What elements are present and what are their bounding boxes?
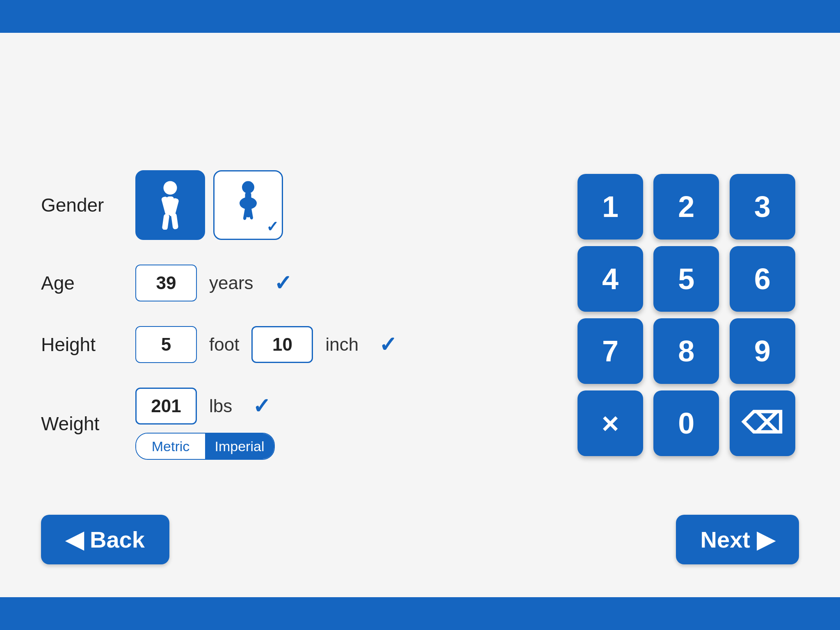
height-checkmark: ✓: [379, 332, 397, 357]
bottom-bar: [0, 597, 840, 630]
numpad-button-8[interactable]: 8: [653, 318, 719, 384]
top-bar: [0, 0, 840, 33]
weight-label: Weight: [41, 413, 123, 435]
gender-row: Gender: [41, 170, 578, 240]
height-row: Height foot inch ✓: [41, 326, 578, 363]
numpad-button-5[interactable]: 5: [653, 246, 719, 312]
weight-input-row: lbs ✓: [135, 388, 275, 425]
age-label: Age: [41, 272, 123, 294]
numpad-button-9[interactable]: 9: [730, 318, 795, 384]
height-inch-input[interactable]: [251, 326, 313, 363]
numpad: 123456789×0⌫: [578, 174, 799, 456]
back-button[interactable]: ◀ Back: [41, 515, 169, 564]
imperial-label: Imperial: [215, 438, 265, 454]
next-button[interactable]: Next ▶: [676, 515, 799, 564]
height-inch-unit: inch: [325, 334, 358, 355]
next-label: Next: [701, 526, 750, 553]
weight-input[interactable]: [135, 388, 197, 425]
unit-toggle: Metric Imperial: [135, 433, 275, 460]
back-button-wrapper: ◀ Back: [41, 515, 169, 564]
numpad-button-clear[interactable]: ×: [578, 390, 643, 456]
height-label: Height: [41, 333, 123, 356]
svg-rect-4: [162, 214, 170, 230]
svg-rect-5: [171, 213, 179, 229]
next-button-wrapper: Next ▶: [676, 515, 799, 564]
numpad-button-7[interactable]: 7: [578, 318, 643, 384]
numpad-button-2[interactable]: 2: [653, 174, 719, 240]
numpad-button-0[interactable]: 0: [653, 390, 719, 456]
numpad-button-6[interactable]: 6: [730, 246, 795, 312]
age-row: Age years ✓: [41, 265, 578, 301]
back-label: Back: [90, 526, 145, 553]
svg-point-0: [164, 181, 177, 195]
age-checkmark: ✓: [274, 271, 292, 295]
weight-checkmark: ✓: [253, 394, 271, 418]
gender-label: Gender: [41, 194, 123, 216]
metric-option[interactable]: Metric: [136, 434, 205, 459]
height-foot-unit: foot: [209, 334, 239, 355]
numpad-button-backspace[interactable]: ⌫: [730, 390, 795, 456]
numpad-button-3[interactable]: 3: [730, 174, 795, 240]
female-checkmark: ✓: [266, 218, 278, 235]
back-arrow-icon: ◀: [66, 526, 83, 553]
metric-label: Metric: [152, 438, 190, 454]
height-foot-input[interactable]: [135, 326, 197, 363]
age-unit: years: [209, 273, 253, 293]
gender-buttons: ✓: [135, 170, 283, 240]
next-arrow-icon: ▶: [757, 526, 774, 553]
main-content: Gender: [0, 33, 840, 597]
weight-inputs-wrapper: lbs ✓ Metric Imperial: [135, 388, 275, 460]
numpad-button-4[interactable]: 4: [578, 246, 643, 312]
gender-female-button[interactable]: ✓: [213, 170, 283, 240]
weight-row-outer: Weight lbs ✓ Metric Imperial: [41, 388, 578, 460]
age-input[interactable]: [135, 265, 197, 301]
weight-unit: lbs: [209, 396, 232, 416]
imperial-option[interactable]: Imperial: [205, 434, 274, 459]
form-section: Gender: [41, 170, 578, 460]
gender-male-button[interactable]: [135, 170, 205, 240]
svg-point-7: [240, 197, 257, 210]
numpad-button-1[interactable]: 1: [578, 174, 643, 240]
